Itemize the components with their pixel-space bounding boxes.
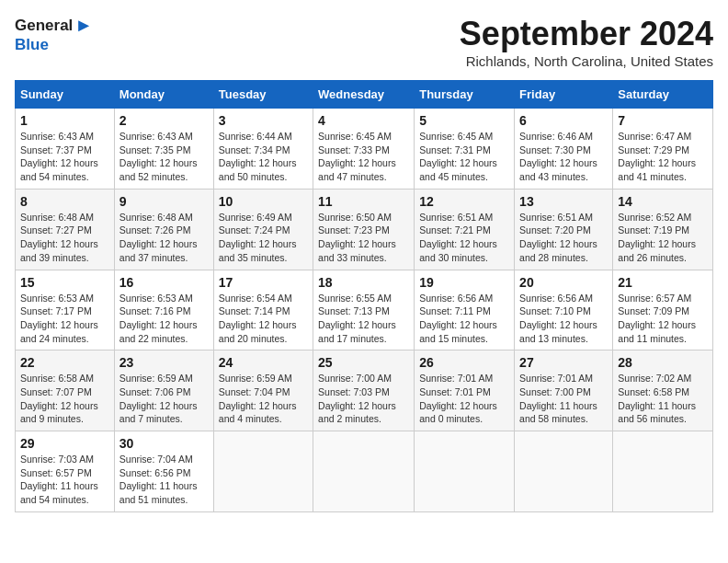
day-detail: Sunrise: 6:51 AMSunset: 7:20 PMDaylight:… — [519, 212, 597, 263]
calendar-table: SundayMondayTuesdayWednesdayThursdayFrid… — [15, 80, 713, 512]
day-number: 10 — [219, 194, 308, 209]
weekday-header: Thursday — [415, 81, 515, 109]
calendar-week-row: 1 Sunrise: 6:43 AMSunset: 7:37 PMDayligh… — [16, 109, 713, 190]
day-number: 4 — [318, 113, 409, 128]
calendar-week-row: 8 Sunrise: 6:48 AMSunset: 7:27 PMDayligh… — [16, 189, 713, 270]
calendar-day-cell: 18 Sunrise: 6:55 AMSunset: 7:13 PMDaylig… — [313, 270, 415, 350]
day-number: 15 — [20, 275, 109, 290]
day-detail: Sunrise: 6:59 AMSunset: 7:06 PMDaylight:… — [119, 373, 198, 424]
calendar-day-cell: 11 Sunrise: 6:50 AMSunset: 7:23 PMDaylig… — [313, 189, 415, 270]
calendar-day-cell: 29 Sunrise: 7:03 AMSunset: 6:57 PMDaylig… — [16, 431, 115, 512]
calendar-day-cell: 25 Sunrise: 7:00 AMSunset: 7:03 PMDaylig… — [313, 350, 415, 431]
calendar-day-cell: 7 Sunrise: 6:47 AMSunset: 7:29 PMDayligh… — [613, 109, 713, 190]
day-detail: Sunrise: 6:57 AMSunset: 7:09 PMDaylight:… — [618, 293, 696, 344]
calendar-day-cell: 26 Sunrise: 7:01 AMSunset: 7:01 PMDaylig… — [415, 350, 515, 431]
day-detail: Sunrise: 6:58 AMSunset: 7:07 PMDaylight:… — [20, 373, 98, 424]
day-number: 13 — [519, 194, 608, 209]
calendar-week-row: 29 Sunrise: 7:03 AMSunset: 6:57 PMDaylig… — [16, 431, 713, 512]
calendar-day-cell: 9 Sunrise: 6:48 AMSunset: 7:26 PMDayligh… — [114, 189, 213, 270]
day-detail: Sunrise: 6:47 AMSunset: 7:29 PMDaylight:… — [618, 131, 696, 182]
calendar-day-cell: 13 Sunrise: 6:51 AMSunset: 7:20 PMDaylig… — [515, 189, 613, 270]
calendar-day-cell: 6 Sunrise: 6:46 AMSunset: 7:30 PMDayligh… — [515, 109, 613, 190]
weekday-header: Friday — [515, 81, 613, 109]
day-number: 21 — [618, 275, 708, 290]
calendar-day-cell — [213, 431, 313, 512]
title-area: September 2024 Richlands, North Carolina… — [460, 15, 713, 69]
day-detail: Sunrise: 6:45 AMSunset: 7:33 PMDaylight:… — [318, 131, 396, 182]
day-detail: Sunrise: 6:43 AMSunset: 7:35 PMDaylight:… — [119, 131, 198, 182]
day-detail: Sunrise: 7:04 AMSunset: 6:56 PMDaylight:… — [119, 454, 198, 505]
day-number: 14 — [618, 194, 708, 209]
day-number: 22 — [20, 355, 109, 370]
logo-bird-icon: ► — [74, 15, 93, 36]
day-detail: Sunrise: 6:56 AMSunset: 7:10 PMDaylight:… — [519, 293, 597, 344]
day-detail: Sunrise: 6:53 AMSunset: 7:16 PMDaylight:… — [119, 293, 198, 344]
day-detail: Sunrise: 6:59 AMSunset: 7:04 PMDaylight:… — [219, 373, 297, 424]
calendar-day-cell: 2 Sunrise: 6:43 AMSunset: 7:35 PMDayligh… — [114, 109, 213, 190]
month-title: September 2024 — [460, 15, 713, 53]
day-detail: Sunrise: 6:44 AMSunset: 7:34 PMDaylight:… — [219, 131, 297, 182]
day-detail: Sunrise: 6:43 AMSunset: 7:37 PMDaylight:… — [20, 131, 98, 182]
day-detail: Sunrise: 6:46 AMSunset: 7:30 PMDaylight:… — [519, 131, 597, 182]
calendar-day-cell: 28 Sunrise: 7:02 AMSunset: 6:58 PMDaylig… — [613, 350, 713, 431]
day-detail: Sunrise: 6:56 AMSunset: 7:11 PMDaylight:… — [419, 293, 497, 344]
page-header: General ► Blue September 2024 Richlands,… — [15, 15, 713, 69]
day-number: 23 — [119, 355, 209, 370]
day-detail: Sunrise: 6:51 AMSunset: 7:21 PMDaylight:… — [419, 212, 497, 263]
day-detail: Sunrise: 6:54 AMSunset: 7:14 PMDaylight:… — [219, 293, 297, 344]
day-number: 7 — [618, 113, 708, 128]
logo-blue: Blue — [15, 36, 49, 54]
day-number: 9 — [119, 194, 209, 209]
calendar-day-cell — [415, 431, 515, 512]
day-detail: Sunrise: 6:48 AMSunset: 7:26 PMDaylight:… — [119, 212, 198, 263]
calendar-day-cell — [613, 431, 713, 512]
calendar-day-cell: 21 Sunrise: 6:57 AMSunset: 7:09 PMDaylig… — [613, 270, 713, 350]
calendar-day-cell: 24 Sunrise: 6:59 AMSunset: 7:04 PMDaylig… — [213, 350, 313, 431]
day-detail: Sunrise: 6:55 AMSunset: 7:13 PMDaylight:… — [318, 293, 396, 344]
day-number: 16 — [119, 275, 209, 290]
day-detail: Sunrise: 6:45 AMSunset: 7:31 PMDaylight:… — [419, 131, 497, 182]
day-number: 5 — [419, 113, 509, 128]
day-detail: Sunrise: 7:00 AMSunset: 7:03 PMDaylight:… — [318, 373, 396, 424]
day-number: 24 — [219, 355, 308, 370]
calendar-header-row: SundayMondayTuesdayWednesdayThursdayFrid… — [16, 81, 713, 109]
calendar-day-cell: 17 Sunrise: 6:54 AMSunset: 7:14 PMDaylig… — [213, 270, 313, 350]
day-number: 17 — [219, 275, 308, 290]
day-detail: Sunrise: 7:01 AMSunset: 7:00 PMDaylight:… — [519, 373, 597, 424]
logo: General ► Blue — [15, 15, 93, 54]
day-number: 2 — [119, 113, 209, 128]
calendar-day-cell: 10 Sunrise: 6:49 AMSunset: 7:24 PMDaylig… — [213, 189, 313, 270]
day-detail: Sunrise: 7:03 AMSunset: 6:57 PMDaylight:… — [20, 454, 98, 505]
day-number: 3 — [219, 113, 308, 128]
day-detail: Sunrise: 6:49 AMSunset: 7:24 PMDaylight:… — [219, 212, 297, 263]
day-number: 19 — [419, 275, 509, 290]
calendar-day-cell: 14 Sunrise: 6:52 AMSunset: 7:19 PMDaylig… — [613, 189, 713, 270]
day-number: 11 — [318, 194, 409, 209]
day-detail: Sunrise: 7:02 AMSunset: 6:58 PMDaylight:… — [618, 373, 696, 424]
weekday-header: Wednesday — [313, 81, 415, 109]
day-number: 20 — [519, 275, 608, 290]
calendar-day-cell: 4 Sunrise: 6:45 AMSunset: 7:33 PMDayligh… — [313, 109, 415, 190]
day-detail: Sunrise: 6:50 AMSunset: 7:23 PMDaylight:… — [318, 212, 396, 263]
day-detail: Sunrise: 6:52 AMSunset: 7:19 PMDaylight:… — [618, 212, 696, 263]
calendar-day-cell: 19 Sunrise: 6:56 AMSunset: 7:11 PMDaylig… — [415, 270, 515, 350]
day-detail: Sunrise: 6:53 AMSunset: 7:17 PMDaylight:… — [20, 293, 98, 344]
calendar-week-row: 15 Sunrise: 6:53 AMSunset: 7:17 PMDaylig… — [16, 270, 713, 350]
calendar-day-cell: 8 Sunrise: 6:48 AMSunset: 7:27 PMDayligh… — [16, 189, 115, 270]
location: Richlands, North Carolina, United States — [460, 53, 713, 69]
calendar-day-cell: 20 Sunrise: 6:56 AMSunset: 7:10 PMDaylig… — [515, 270, 613, 350]
calendar-day-cell: 15 Sunrise: 6:53 AMSunset: 7:17 PMDaylig… — [16, 270, 115, 350]
day-number: 8 — [20, 194, 109, 209]
day-number: 12 — [419, 194, 509, 209]
calendar-day-cell: 23 Sunrise: 6:59 AMSunset: 7:06 PMDaylig… — [114, 350, 213, 431]
calendar-day-cell: 12 Sunrise: 6:51 AMSunset: 7:21 PMDaylig… — [415, 189, 515, 270]
calendar-day-cell: 27 Sunrise: 7:01 AMSunset: 7:00 PMDaylig… — [515, 350, 613, 431]
day-number: 28 — [618, 355, 708, 370]
calendar-day-cell: 22 Sunrise: 6:58 AMSunset: 7:07 PMDaylig… — [16, 350, 115, 431]
day-number: 25 — [318, 355, 409, 370]
weekday-header: Monday — [114, 81, 213, 109]
weekday-header: Sunday — [16, 81, 115, 109]
calendar-day-cell — [313, 431, 415, 512]
day-number: 29 — [20, 436, 109, 451]
calendar-day-cell: 30 Sunrise: 7:04 AMSunset: 6:56 PMDaylig… — [114, 431, 213, 512]
